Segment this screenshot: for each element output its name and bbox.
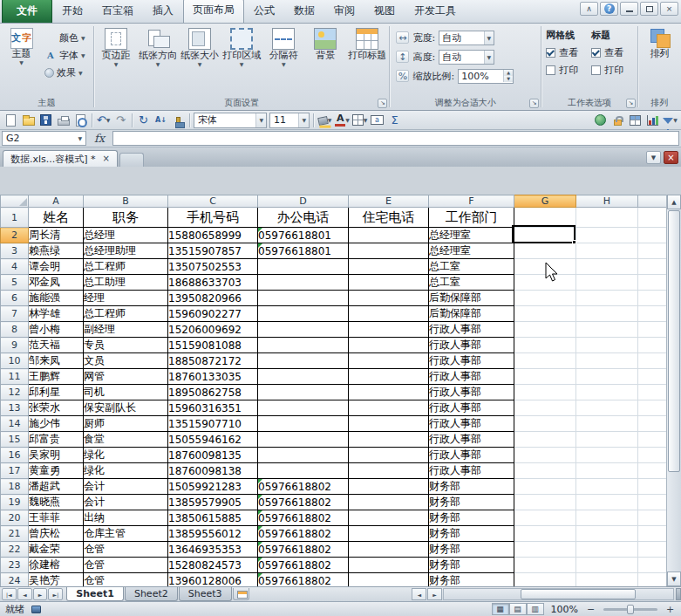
cell-B15[interactable]: 食堂 xyxy=(84,432,168,448)
cell-B9[interactable]: 专员 xyxy=(84,338,168,353)
ribbon-tab-百宝箱[interactable]: 百宝箱 xyxy=(92,0,143,23)
cell-I21[interactable] xyxy=(638,526,667,542)
font-size-combo[interactable]: 11▼ xyxy=(269,113,310,128)
cell-C8[interactable]: 15206009692 xyxy=(168,322,258,338)
cell-F23[interactable]: 财务部 xyxy=(429,558,514,573)
cell-E24[interactable] xyxy=(349,573,429,587)
cell-D11[interactable] xyxy=(258,369,349,385)
cell-C24[interactable]: 13960128006 xyxy=(168,573,258,587)
select-all-corner[interactable] xyxy=(1,195,29,208)
insert-worksheet-button[interactable] xyxy=(233,588,250,600)
cell-H12[interactable] xyxy=(576,385,638,400)
cell-B10[interactable]: 文员 xyxy=(84,353,168,369)
ribbon-tab-数据[interactable]: 数据 xyxy=(284,0,324,23)
cell-F11[interactable]: 行政人事部 xyxy=(429,369,514,385)
refresh-button[interactable]: ↻ xyxy=(135,112,152,128)
cell-E17[interactable] xyxy=(349,463,429,479)
cell-B17[interactable]: 绿化 xyxy=(84,463,168,479)
cell-A10[interactable]: 邹来凤 xyxy=(29,353,84,369)
ribbon-tab-开发工具[interactable]: 开发工具 xyxy=(405,0,466,23)
save-button[interactable] xyxy=(37,112,54,128)
cell-D14[interactable] xyxy=(258,416,349,432)
row-header-24[interactable]: 24 xyxy=(1,573,29,587)
orientation-button[interactable]: 纸张方向▼ xyxy=(138,25,179,67)
cell-E6[interactable] xyxy=(349,291,429,306)
paper-size-button[interactable]: 纸张大小▼ xyxy=(180,25,221,67)
cell-D24[interactable]: 05976618802 xyxy=(258,573,349,587)
ribbon-tab-开始[interactable]: 开始 xyxy=(52,0,92,23)
last-sheet-button[interactable]: ►| xyxy=(48,588,63,600)
cell-F15[interactable]: 行政人事部 xyxy=(429,432,514,448)
cell-G3[interactable] xyxy=(514,243,576,259)
cell-H17[interactable] xyxy=(576,463,638,479)
cell-E20[interactable] xyxy=(349,510,429,526)
cell-I20[interactable] xyxy=(638,510,667,526)
row-header-20[interactable]: 20 xyxy=(1,510,29,526)
font-color-button[interactable]: A▼ xyxy=(334,112,351,128)
cell-E9[interactable] xyxy=(349,338,429,353)
cell-D22[interactable]: 05976618802 xyxy=(258,542,349,558)
cell-A3[interactable]: 赖燕绿 xyxy=(29,243,84,259)
column-header-C[interactable]: C xyxy=(168,195,258,208)
cell-B18[interactable]: 会计 xyxy=(84,479,168,495)
cell-H14[interactable] xyxy=(576,416,638,432)
cell-H11[interactable] xyxy=(576,369,638,385)
cell-C19[interactable]: 13859579905 xyxy=(168,495,258,510)
cell-A4[interactable]: 谭会明 xyxy=(29,259,84,275)
cell-G13[interactable] xyxy=(514,400,576,416)
cell-F1[interactable]: 工作部门 xyxy=(429,208,514,228)
cell-G12[interactable] xyxy=(514,385,576,400)
cell-A23[interactable]: 徐建榕 xyxy=(29,558,84,573)
cell-F24[interactable]: 财务部 xyxy=(429,573,514,587)
cell-C9[interactable]: 15159081088 xyxy=(168,338,258,353)
cell-G24[interactable] xyxy=(514,573,576,587)
cell-D17[interactable] xyxy=(258,463,349,479)
cell-A1[interactable]: 姓名 xyxy=(29,208,84,228)
cell-H5[interactable] xyxy=(576,275,638,291)
cell-A14[interactable]: 施少伟 xyxy=(29,416,84,432)
cell-G20[interactable] xyxy=(514,510,576,526)
cell-B19[interactable]: 会计 xyxy=(84,495,168,510)
cell-E19[interactable] xyxy=(349,495,429,510)
scale-spinner[interactable]: 100% ▲▼ xyxy=(458,69,514,84)
cell-F14[interactable]: 行政人事部 xyxy=(429,416,514,432)
cell-A20[interactable]: 王菲菲 xyxy=(29,510,84,526)
row-header-13[interactable]: 13 xyxy=(1,400,29,416)
column-header-partial[interactable] xyxy=(638,195,667,208)
row-header-4[interactable]: 4 xyxy=(1,259,29,275)
cell-H24[interactable] xyxy=(576,573,638,587)
cell-A6[interactable]: 施能强 xyxy=(29,291,84,306)
formula-input[interactable] xyxy=(112,131,679,146)
name-box[interactable]: G2 ▼ xyxy=(2,131,86,146)
cell-H18[interactable] xyxy=(576,479,638,495)
cell-C14[interactable]: 13515907710 xyxy=(168,416,258,432)
row-header-10[interactable]: 10 xyxy=(1,353,29,369)
cell-H21[interactable] xyxy=(576,526,638,542)
cell-E21[interactable] xyxy=(349,526,429,542)
cell-D13[interactable] xyxy=(258,400,349,416)
cell-E10[interactable] xyxy=(349,353,429,369)
row-header-17[interactable]: 17 xyxy=(1,463,29,479)
cell-C5[interactable]: 18688633703 xyxy=(168,275,258,291)
cell-D1[interactable]: 办公电话 xyxy=(258,208,349,228)
cell-E13[interactable] xyxy=(349,400,429,416)
cell-E12[interactable] xyxy=(349,385,429,400)
print-area-button[interactable]: 打印区域▼ xyxy=(221,25,262,67)
cell-F12[interactable]: 行政人事部 xyxy=(429,385,514,400)
row-header-21[interactable]: 21 xyxy=(1,526,29,542)
cell-F13[interactable]: 行政人事部 xyxy=(429,400,514,416)
cell-E18[interactable] xyxy=(349,479,429,495)
print-titles-button[interactable]: 打印标题 xyxy=(347,25,388,61)
cell-F18[interactable]: 财务部 xyxy=(429,479,514,495)
zoom-slider-handle[interactable] xyxy=(627,605,634,614)
hscroll-right-button[interactable]: ► xyxy=(427,588,442,600)
page-setup-dialog-launcher[interactable]: ↘ xyxy=(378,99,387,108)
normal-view-button[interactable]: ▦ xyxy=(492,603,509,615)
cell-I8[interactable] xyxy=(638,322,667,338)
cell-D2[interactable]: 05976618801 xyxy=(258,228,349,243)
cell-D19[interactable]: 05976618802 xyxy=(258,495,349,510)
cell-D6[interactable] xyxy=(258,291,349,306)
ribbon-tab-文件[interactable]: 文件 xyxy=(2,0,52,23)
first-sheet-button[interactable]: |◄ xyxy=(2,588,17,600)
cell-H20[interactable] xyxy=(576,510,638,526)
